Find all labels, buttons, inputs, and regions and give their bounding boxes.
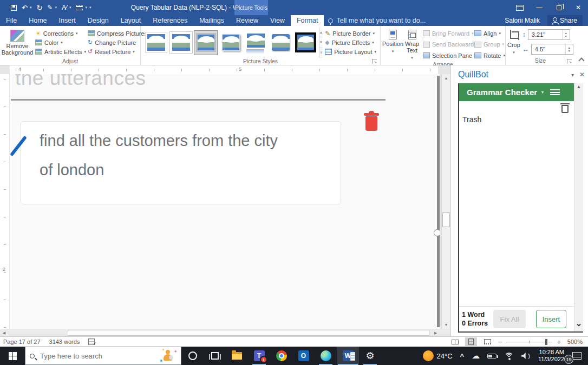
panel-options-dropdown-icon[interactable]: ▾ <box>571 72 574 78</box>
weather-widget[interactable]: 24°C <box>419 347 456 365</box>
selection-pane-button[interactable]: Selection Pane <box>423 51 470 60</box>
taskbar-clock[interactable]: 10:28 AM 11/3/2022 <box>534 349 569 363</box>
task-view-button[interactable] <box>204 347 226 365</box>
web-layout-button[interactable] <box>481 337 493 346</box>
picture-effects-button[interactable]: ◆Picture Effects▾ <box>325 38 376 47</box>
picture-resize-handle[interactable] <box>434 229 440 236</box>
share-button[interactable]: Share <box>547 15 583 26</box>
read-mode-button[interactable] <box>449 337 461 346</box>
print-layout-button[interactable] <box>465 337 477 346</box>
shape-height-field[interactable]: ▲▼ <box>528 29 570 40</box>
picture-layout-button[interactable]: Picture Layout▾ <box>325 47 376 56</box>
tab-references[interactable]: References <box>147 15 193 26</box>
touch-mode-icon[interactable]: ✎ <box>47 4 53 11</box>
zoom-percentage[interactable]: 500% <box>565 339 583 345</box>
artistic-effects-button[interactable]: Artistic Effects▾ <box>35 47 83 56</box>
horizontal-scroll-thumb[interactable] <box>68 330 429 336</box>
compress-pictures-button[interactable]: Compress Pictures <box>88 29 139 38</box>
undo-dropdown-icon[interactable]: ▾ <box>30 5 32 10</box>
scroll-up-icon[interactable]: ▲ <box>442 74 450 82</box>
tell-me-box[interactable]: Tell me what you want to do... <box>328 17 426 24</box>
zoom-in-button[interactable]: + <box>557 338 561 346</box>
chrome-button[interactable] <box>270 347 292 365</box>
vertical-ruler[interactable]: 2 <box>0 74 9 329</box>
wrap-text-button[interactable]: Wrap Text▾ <box>403 28 421 61</box>
word-count-indicator[interactable]: 3143 words <box>49 339 80 345</box>
touch-mode-dropdown-icon[interactable]: ▾ <box>55 5 57 10</box>
zoom-slider-thumb[interactable] <box>545 339 547 345</box>
signed-in-user[interactable]: Saloni Malik <box>505 17 540 24</box>
close-button[interactable]: ✕ <box>569 0 588 15</box>
picture-style-option-3-selected[interactable] <box>194 30 218 55</box>
word-button-active[interactable]: W <box>337 347 359 365</box>
position-button[interactable]: Position▾ <box>382 28 403 61</box>
align-button[interactable]: Align▾ <box>474 29 501 38</box>
vertical-scrollbar[interactable]: ▲ ▼ <box>441 74 450 329</box>
show-hidden-icons-button[interactable]: ^ <box>456 347 468 365</box>
grammar-checker-header[interactable]: Grammar Checker ▾ <box>459 83 574 101</box>
insert-button[interactable]: Insert <box>536 310 566 328</box>
width-spinner-icon[interactable]: ▲▼ <box>565 44 573 54</box>
customize-qat-icon[interactable]: ▾ <box>89 5 92 10</box>
tab-mailings[interactable]: Mailings <box>193 15 230 26</box>
ink-dropdown-icon[interactable]: ▾ <box>69 5 71 10</box>
minimize-button[interactable]: — <box>530 0 549 15</box>
picture-border-button[interactable]: ✎Picture Border▾ <box>325 29 376 38</box>
volume-button[interactable]: ) <box>518 347 534 365</box>
table-dropdown-icon[interactable]: ▾ <box>85 5 87 10</box>
size-dialog-launcher-icon[interactable]: ↘ <box>567 59 572 64</box>
picture-style-option-4[interactable] <box>219 30 243 55</box>
panel-scroll-up-icon[interactable]: ▲ <box>574 84 583 89</box>
battery-button[interactable] <box>484 347 500 365</box>
reset-picture-button[interactable]: ↺Reset Picture▾ <box>88 47 139 56</box>
color-button[interactable]: Color▾ <box>35 38 83 47</box>
outlook-button[interactable]: O <box>292 347 315 365</box>
panel-close-icon[interactable]: ✕ <box>579 71 585 78</box>
zoom-slider[interactable] <box>506 342 552 342</box>
ribbon-display-options-button[interactable] <box>510 0 530 15</box>
tab-design[interactable]: Design <box>82 15 115 26</box>
action-center-button[interactable]: 19 <box>569 347 588 365</box>
save-icon[interactable] <box>11 5 17 11</box>
rotate-button[interactable]: Rotate▾ <box>474 51 501 60</box>
undo-icon[interactable]: ↶ <box>22 4 28 11</box>
picture-style-option-1[interactable] <box>144 30 168 55</box>
horizontal-scrollbar[interactable]: ◀ ▶ <box>0 329 450 336</box>
search-input[interactable] <box>39 351 156 361</box>
tab-file[interactable]: File <box>0 15 23 26</box>
settings-button[interactable]: ⚙ <box>359 347 381 365</box>
tab-format[interactable]: Format <box>291 15 324 26</box>
tab-review[interactable]: Review <box>230 15 264 26</box>
proofing-status-icon[interactable] <box>88 339 95 345</box>
shape-height-input[interactable] <box>528 31 560 38</box>
tab-home[interactable]: Home <box>23 15 53 26</box>
onedrive-button[interactable]: ☁ <box>468 347 484 365</box>
vertical-scroll-thumb[interactable] <box>442 213 450 227</box>
restore-button[interactable] <box>549 0 569 15</box>
ink-annotation-icon[interactable]: A⁄ <box>62 4 67 11</box>
collapse-ribbon-icon[interactable] <box>579 57 583 61</box>
wifi-button[interactable] <box>500 347 518 365</box>
menu-hamburger-icon[interactable] <box>550 89 560 95</box>
file-explorer-button[interactable] <box>226 347 248 365</box>
cortana-button[interactable] <box>181 347 204 365</box>
teams-button[interactable]: T1 <box>248 347 270 365</box>
redo-icon[interactable]: ↻ <box>36 4 42 11</box>
shape-width-field[interactable]: ▲▼ <box>531 44 573 55</box>
horizontal-ruler[interactable]: 4 5 <box>0 65 450 74</box>
picture-style-option-2[interactable] <box>169 30 193 55</box>
remove-background-button[interactable]: Remove Background <box>2 28 33 57</box>
picture-style-option-5[interactable] <box>244 30 267 55</box>
height-spinner-icon[interactable]: ▲▼ <box>562 30 570 39</box>
tab-view[interactable]: View <box>264 15 291 26</box>
tab-layout[interactable]: Layout <box>115 15 147 26</box>
start-button[interactable] <box>0 347 25 365</box>
scroll-down-icon[interactable]: ▼ <box>442 321 450 329</box>
taskbar-search-box[interactable]: ✦ <box>25 347 181 365</box>
document-page[interactable]: the utterances find all the customers fr… <box>10 74 440 329</box>
edge-button[interactable] <box>315 347 337 365</box>
zoom-out-button[interactable]: − <box>498 337 502 346</box>
scroll-left-icon[interactable]: ◀ <box>0 329 8 336</box>
crop-button[interactable]: Crop▾ <box>507 28 520 56</box>
picture-styles-dialog-launcher-icon[interactable]: ↘ <box>372 59 377 64</box>
